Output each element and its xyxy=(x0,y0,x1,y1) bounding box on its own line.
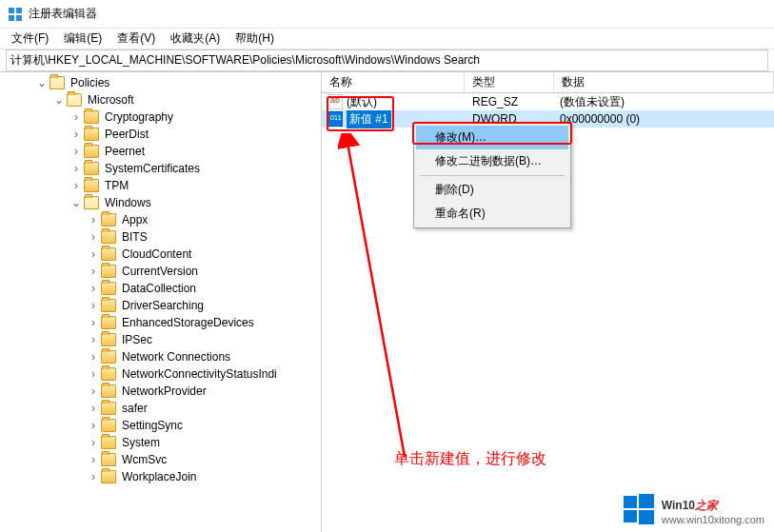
tree-label: Peernet xyxy=(103,143,147,160)
menu-favorites[interactable]: 收藏夹(A) xyxy=(163,29,228,49)
tree-label: EnhancedStorageDevices xyxy=(120,314,256,331)
menu-file[interactable]: 文件(F) xyxy=(4,29,56,49)
tree-workplacejoin[interactable]: ›WorkplaceJoin xyxy=(2,468,319,485)
string-value-icon xyxy=(327,94,343,109)
tree-label: Microsoft xyxy=(86,91,136,108)
collapse-icon[interactable]: ⌄ xyxy=(53,91,65,108)
tree-label: Appx xyxy=(120,211,149,228)
folder-icon xyxy=(101,265,116,278)
svg-rect-5 xyxy=(624,496,637,508)
tree-windows[interactable]: ⌄Windows xyxy=(2,194,319,211)
expand-icon[interactable]: › xyxy=(88,246,99,263)
tree-bits[interactable]: ›BITS xyxy=(2,228,319,246)
expand-icon[interactable]: › xyxy=(88,400,99,417)
list-header: 名称 类型 数据 xyxy=(322,72,774,93)
tree-label: IPSec xyxy=(120,331,154,348)
tree-policies[interactable]: ⌄Policies xyxy=(2,74,319,91)
expand-icon[interactable]: › xyxy=(88,417,99,434)
folder-icon xyxy=(101,436,116,449)
expand-icon[interactable]: › xyxy=(70,108,82,126)
expand-icon[interactable]: › xyxy=(88,348,99,365)
tree-wcmsvc[interactable]: ›WcmSvc xyxy=(2,451,319,468)
watermark-brand-suffix: 之家 xyxy=(695,499,718,512)
folder-icon xyxy=(101,419,116,432)
folder-icon xyxy=(101,213,116,227)
tree-label: safer xyxy=(120,400,149,417)
tree-label: CurrentVersion xyxy=(120,263,200,280)
expand-icon[interactable]: › xyxy=(88,434,99,451)
tree-label: Cryptography xyxy=(103,108,175,126)
expand-icon[interactable]: › xyxy=(88,211,99,228)
tree: ⌄Policies⌄Microsoft›Cryptography›PeerDis… xyxy=(0,72,321,487)
app-icon xyxy=(8,7,23,22)
tree-settingsync[interactable]: ›SettingSync xyxy=(2,417,319,434)
content-area: ⌄Policies⌄Microsoft›Cryptography›PeerDis… xyxy=(0,72,774,532)
col-data[interactable]: 数据 xyxy=(554,72,774,92)
watermark-text: Win10之家 www.win10xitong.com xyxy=(662,494,764,525)
expand-icon[interactable]: › xyxy=(88,263,99,280)
expand-icon[interactable]: › xyxy=(88,383,99,400)
tree-cryptography[interactable]: ›Cryptography xyxy=(2,108,319,126)
svg-rect-6 xyxy=(639,494,654,508)
expand-icon[interactable]: › xyxy=(88,314,99,331)
tree-label: PeerDist xyxy=(103,126,150,143)
ctx-modify-binary[interactable]: 修改二进制数据(B)… xyxy=(416,149,568,173)
svg-rect-8 xyxy=(639,510,654,524)
expand-icon[interactable]: › xyxy=(70,126,82,143)
menu-edit[interactable]: 编辑(E) xyxy=(56,29,109,49)
tree-systemcertificates[interactable]: ›SystemCertificates xyxy=(2,160,319,177)
tree-safer[interactable]: ›safer xyxy=(2,400,319,417)
tree-networkconnectivitystatusindi[interactable]: ›NetworkConnectivityStatusIndi xyxy=(2,365,319,383)
cell-name: (默认) xyxy=(322,94,465,110)
tree-network-connections[interactable]: ›Network Connections xyxy=(2,348,319,365)
tree-peernet[interactable]: ›Peernet xyxy=(2,143,319,160)
tree-label: System xyxy=(120,434,162,451)
expand-icon[interactable]: › xyxy=(88,331,99,348)
address-input[interactable]: 计算机\HKEY_LOCAL_MACHINE\SOFTWARE\Policies… xyxy=(6,49,768,71)
col-type[interactable]: 类型 xyxy=(465,72,554,92)
menu-view[interactable]: 查看(V) xyxy=(109,29,163,49)
tree-currentversion[interactable]: ›CurrentVersion xyxy=(2,263,319,280)
tree-label: NetworkConnectivityStatusIndi xyxy=(120,365,279,383)
tree-pane[interactable]: ⌄Policies⌄Microsoft›Cryptography›PeerDis… xyxy=(0,72,322,532)
expand-icon[interactable]: › xyxy=(88,228,99,246)
col-name[interactable]: 名称 xyxy=(322,72,465,92)
menu-help[interactable]: 帮助(H) xyxy=(228,29,282,49)
watermark-brand-main: Win10 xyxy=(662,499,695,512)
expand-icon[interactable]: › xyxy=(70,177,82,194)
tree-label: NetworkProvider xyxy=(120,383,208,400)
tree-tpm[interactable]: ›TPM xyxy=(2,177,319,194)
tree-system[interactable]: ›System xyxy=(2,434,319,451)
expand-icon[interactable]: › xyxy=(88,468,99,485)
folder-icon xyxy=(101,470,116,483)
value-data: (数值未设置) xyxy=(554,94,774,110)
expand-icon[interactable]: › xyxy=(88,451,99,468)
folder-icon xyxy=(84,196,99,209)
expand-icon[interactable]: › xyxy=(88,365,99,383)
expand-icon[interactable]: › xyxy=(70,160,82,177)
expand-icon[interactable]: › xyxy=(88,280,99,297)
tree-appx[interactable]: ›Appx xyxy=(2,211,319,228)
ctx-delete[interactable]: 删除(D) xyxy=(416,178,568,202)
tree-cloudcontent[interactable]: ›CloudContent xyxy=(2,246,319,263)
ctx-modify[interactable]: 修改(M)… xyxy=(416,126,568,149)
folder-icon xyxy=(101,282,116,295)
tree-ipsec[interactable]: ›IPSec xyxy=(2,331,319,348)
tree-label: WorkplaceJoin xyxy=(120,468,198,485)
tree-driversearching[interactable]: ›DriverSearching xyxy=(2,297,319,314)
ctx-rename[interactable]: 重命名(R) xyxy=(416,202,568,226)
value-name[interactable]: 新值 #1 xyxy=(347,110,391,128)
collapse-icon[interactable]: ⌄ xyxy=(36,74,48,91)
expand-icon[interactable]: › xyxy=(70,143,82,160)
tree-datacollection[interactable]: ›DataCollection xyxy=(2,280,319,297)
tree-networkprovider[interactable]: ›NetworkProvider xyxy=(2,383,319,400)
binary-value-icon xyxy=(327,111,343,127)
tree-label: Network Connections xyxy=(120,348,232,365)
tree-enhancedstoragedevices[interactable]: ›EnhancedStorageDevices xyxy=(2,314,319,331)
list-row[interactable]: (默认)REG_SZ(数值未设置) xyxy=(322,93,774,110)
expand-icon[interactable]: › xyxy=(88,297,99,314)
tree-microsoft[interactable]: ⌄Microsoft xyxy=(2,91,319,108)
menu-bar: 文件(F) 编辑(E) 查看(V) 收藏夹(A) 帮助(H) xyxy=(0,29,774,49)
tree-peerdist[interactable]: ›PeerDist xyxy=(2,126,319,143)
collapse-icon[interactable]: ⌄ xyxy=(70,194,82,211)
